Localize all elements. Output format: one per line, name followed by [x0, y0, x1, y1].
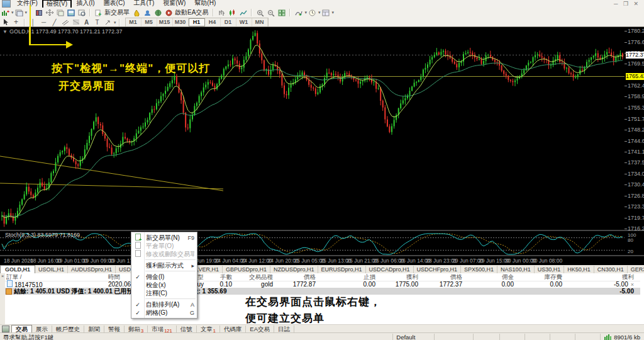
terminal-tab-郵箱[interactable]: 郵箱3	[125, 326, 148, 333]
symbol-tab-USDCHFpro-H1[interactable]: USDCHFpro,H1	[414, 266, 462, 273]
candlestick-chart-icon[interactable]	[228, 9, 237, 17]
context-menu-item-8[interactable]: 注釋(C)	[131, 289, 197, 297]
symbol-tab-US30-H1[interactable]: US30,H1	[535, 266, 565, 273]
timeframe-M5[interactable]: M5	[142, 18, 157, 26]
new-order-icon[interactable]: +	[94, 9, 103, 17]
symbol-tab-SPX500-H1[interactable]: SPX500,H1	[461, 266, 497, 273]
indicators-icon[interactable]: +	[294, 9, 303, 17]
symbol-tab-NZDUSDpro-H1[interactable]: NZDUSDpro,H1	[270, 266, 318, 273]
status-profile[interactable]: Default	[393, 334, 435, 340]
menu-item-W[interactable]: 視窗(W)	[158, 0, 190, 6]
terminal-tab-EA交易[interactable]: EA交易	[246, 326, 274, 333]
new-chart-icon[interactable]: +	[1, 9, 10, 17]
timeframe-M15[interactable]: M15	[157, 18, 173, 26]
indicators-dropdown-icon[interactable]: ▾	[304, 10, 307, 15]
autotrading-button[interactable]: 啟動EA交易	[175, 8, 208, 17]
symbol-tab-USDCADpro-H1[interactable]: USDCADpro,H1	[366, 266, 414, 273]
terminal-tab-代碼庫[interactable]: 代碼庫	[220, 326, 247, 333]
terminal-icon[interactable]	[66, 9, 75, 17]
text-tool-icon[interactable]: A	[82, 18, 91, 26]
symbol-tab-CN300-H1[interactable]: CN300,H1	[594, 266, 628, 273]
navigator-icon[interactable]	[55, 9, 65, 17]
symbol-tab-GBPUSDpro-H1[interactable]: GBPUSDpro,H1	[223, 266, 270, 273]
timeframe-D1[interactable]: D1	[221, 18, 236, 26]
terminal-tab-警報[interactable]: 警報	[104, 326, 125, 333]
trendline-icon[interactable]: ╱	[50, 18, 59, 26]
bar-chart-icon[interactable]	[217, 9, 226, 17]
symbol-tab-GER30-H1[interactable]: GER30,H1	[628, 266, 644, 273]
col-header-4[interactable]: 交易品種	[236, 273, 277, 281]
symbol-tab-HK50-H1[interactable]: HK50,H1	[564, 266, 594, 273]
text-label-tool-icon[interactable]: T	[92, 18, 102, 26]
terminal-tab-日誌[interactable]: 日誌	[274, 326, 294, 333]
horizontal-line-icon[interactable]: ─	[39, 18, 48, 26]
menu-item-T[interactable]: 工具(T)	[129, 0, 158, 6]
market-watch-icon[interactable]	[34, 9, 43, 17]
menu-item-C[interactable]: 圖表(C)	[99, 0, 130, 6]
cursor-icon[interactable]	[1, 18, 10, 26]
symbol-tab-NAS100-H1[interactable]: NAS100,H1	[497, 266, 535, 273]
context-menu-item-7[interactable]: 稅金(x)	[131, 281, 197, 289]
context-menu-item-6[interactable]: ✓佣金(I)	[131, 273, 197, 281]
line-chart-icon[interactable]	[238, 9, 248, 17]
window-controls[interactable]: ─ ❐ ✕	[614, 1, 644, 7]
col-header-6[interactable]: 止損	[319, 273, 379, 281]
terminal-tab-新聞[interactable]: 新聞	[84, 326, 104, 333]
templates-icon[interactable]	[321, 9, 330, 17]
quick-nav-icon[interactable]	[2, 326, 9, 332]
zoom-in-icon[interactable]	[255, 9, 265, 17]
context-menu-item-4[interactable]: 獲利顯示方式▸	[131, 261, 197, 269]
new-chart-dropdown-icon[interactable]: ▾	[11, 10, 14, 15]
chart-window[interactable]: ▼GOLD,H1 1773.49 1773.70 1771.21 1772.37…	[0, 26, 644, 266]
menu-item-F[interactable]: 文件(F)	[13, 0, 42, 6]
context-menu-item-0[interactable]: +新交易單(N)F9	[131, 234, 197, 242]
terminal-close-icon[interactable]: ×	[1, 273, 4, 279]
crosshair-icon[interactable]: +	[11, 18, 21, 26]
col-header-9[interactable]: 佣金	[466, 273, 518, 281]
autotrading-icon[interactable]	[164, 9, 174, 17]
close-position-icon[interactable]: ×	[631, 281, 634, 288]
strategy-tester-icon[interactable]	[77, 9, 86, 17]
channel-icon[interactable]	[60, 18, 70, 26]
menu-item-I[interactable]: 插入(I)	[72, 0, 99, 6]
symbol-tab-AUDUSDpro-H1[interactable]: AUDUSDpro,H1	[68, 266, 116, 273]
periods-dropdown-icon[interactable]: ▾	[318, 10, 321, 15]
community-icon[interactable]	[143, 9, 152, 17]
fibonacci-icon[interactable]	[71, 18, 80, 26]
timeframe-H1[interactable]: H1	[189, 18, 205, 26]
symbol-tab-EURUSDpro-H1[interactable]: EURUSDpro,H1	[318, 266, 366, 273]
zoom-out-icon[interactable]	[266, 9, 275, 17]
collapse-triangle-icon[interactable]: ▼	[3, 29, 8, 35]
style-bucket-icon[interactable]	[132, 9, 142, 17]
menu-item-H[interactable]: 幫助(H)	[190, 0, 220, 6]
new-order-button[interactable]: 新交易單	[104, 8, 130, 17]
col-header-7[interactable]: 獲利	[379, 273, 422, 281]
symbol-tab-USOIL-H1[interactable]: USOIL,H1	[35, 266, 68, 273]
col-header-5[interactable]: 價格	[277, 273, 319, 281]
chart-system-icon[interactable]	[2, 0, 11, 8]
terminal-tab-市場[interactable]: 市場121	[148, 326, 177, 333]
context-menu-item-11[interactable]: ✓網格(G)G	[131, 309, 197, 317]
timeframe-MN[interactable]: MN	[252, 18, 268, 26]
context-menu-item-10[interactable]: ✓自動排列(A)A	[131, 300, 197, 309]
terminal-tab-信號[interactable]: 信號	[177, 326, 197, 333]
col-header-10[interactable]: 庫存費	[518, 273, 566, 281]
terminal-tab-文章[interactable]: 文章1	[197, 326, 220, 333]
tile-windows-icon[interactable]	[277, 9, 286, 17]
profiles-dropdown-icon[interactable]: ▾	[25, 10, 28, 15]
terminal-tab-帳戶歷史[interactable]: 帳戶歷史	[52, 326, 84, 333]
templates-dropdown-icon[interactable]: ▾	[331, 10, 334, 15]
timeframe-W1[interactable]: W1	[236, 18, 252, 26]
periods-icon[interactable]	[308, 9, 317, 17]
arrows-dropdown-icon[interactable]: ▾	[114, 20, 116, 25]
profiles-icon[interactable]	[14, 9, 24, 17]
timeframe-M1[interactable]: M1	[126, 18, 142, 26]
data-window-icon[interactable]	[45, 9, 54, 17]
col-header-8[interactable]: 價格	[422, 273, 466, 281]
timeframe-H4[interactable]: H4	[205, 18, 221, 26]
symbol-tab-GOLD-H1[interactable]: GOLD,H1	[0, 265, 35, 273]
arrows-tool-icon[interactable]	[103, 18, 113, 26]
web-globe-icon[interactable]	[153, 9, 163, 17]
timeframe-M30[interactable]: M30	[173, 18, 189, 26]
terminal-tab-展示[interactable]: 展示	[32, 326, 52, 333]
